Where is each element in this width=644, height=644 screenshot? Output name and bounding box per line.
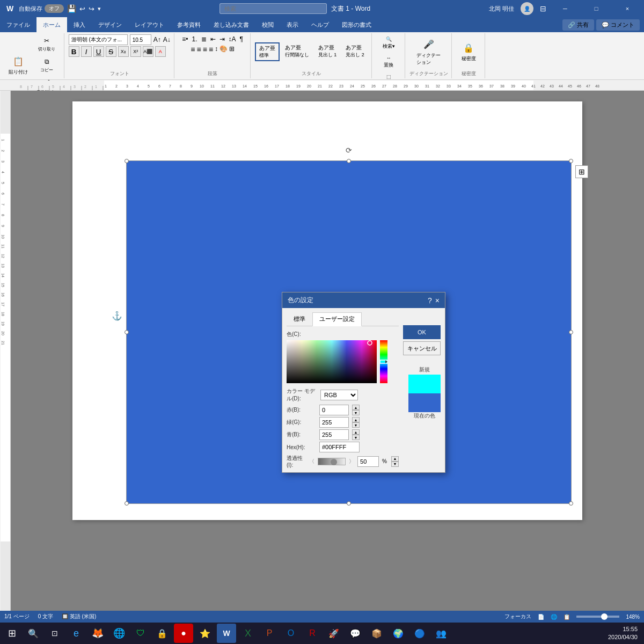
transparency-value-input[interactable]	[357, 456, 379, 467]
tab-references[interactable]: 参考資料	[171, 17, 207, 32]
green-down[interactable]: ▼	[352, 422, 360, 428]
align-center-button[interactable]: ≡	[197, 45, 201, 54]
start-button[interactable]: ⊞	[2, 624, 21, 643]
tab-mailings[interactable]: 差し込み文書	[207, 17, 255, 32]
comment-button[interactable]: 💬 コメント	[596, 19, 640, 31]
handle-middle-left[interactable]	[125, 330, 129, 334]
replace-button[interactable]: ↔ 置換	[380, 53, 397, 71]
style-heading2[interactable]: あア亜見出し 2	[342, 42, 368, 61]
ok-button[interactable]: OK	[403, 325, 441, 339]
handle-top-right[interactable]	[569, 159, 573, 163]
red-input[interactable]	[319, 405, 349, 415]
show-marks-button[interactable]: ¶	[239, 34, 244, 44]
bullets-button[interactable]: ≡•	[181, 34, 189, 44]
hex-input[interactable]	[319, 442, 360, 452]
handle-bottom-right[interactable]	[569, 501, 573, 506]
minimize-button[interactable]: ─	[553, 0, 577, 17]
search-input[interactable]	[219, 3, 327, 14]
window-layout-icon[interactable]: ⊟	[540, 4, 546, 13]
chrome-button[interactable]: 🌐	[109, 624, 129, 643]
cancel-button[interactable]: キャンセル	[403, 341, 441, 355]
trans-left-arrow[interactable]: 〈	[309, 458, 314, 465]
undo-icon[interactable]: ↩	[79, 5, 85, 13]
powerpoint-taskbar-button[interactable]: P	[260, 624, 279, 643]
taskbar-btn-6[interactable]: ●	[174, 624, 193, 643]
green-input[interactable]	[319, 417, 349, 428]
line-spacing-button[interactable]: ↕	[215, 45, 218, 54]
edge-button[interactable]: e	[67, 624, 86, 643]
font-name-input[interactable]	[69, 34, 128, 45]
zoom-thumb[interactable]	[601, 613, 608, 620]
green-up[interactable]: ▲	[352, 417, 360, 422]
firefox-button[interactable]: 🦊	[88, 624, 107, 643]
color-gradient[interactable]	[287, 340, 377, 383]
copy-button[interactable]: ⧉ コピー	[33, 55, 61, 75]
handle-top-center[interactable]	[347, 159, 351, 163]
taskbar-btn-12[interactable]: 🔵	[410, 624, 429, 643]
excel-taskbar-button[interactable]: X	[238, 624, 258, 643]
style-no-spacing[interactable]: あア亜行間隔なし	[281, 42, 313, 61]
transparency-thumb[interactable]	[331, 459, 337, 465]
restore-button[interactable]: □	[584, 0, 609, 17]
subscript-button[interactable]: X₂	[118, 46, 129, 57]
taskbar-btn-5[interactable]: 🔒	[152, 624, 172, 643]
align-left-button[interactable]: ≡	[191, 45, 195, 54]
view-web-icon[interactable]: 🌐	[551, 614, 557, 620]
word-taskbar-button[interactable]: W	[217, 624, 236, 643]
dictation-button[interactable]: 🎤 ディクテーション	[413, 36, 444, 68]
search-button[interactable]: 🔍 検索▾	[379, 34, 398, 52]
tab-home[interactable]: ホーム	[36, 17, 67, 32]
tab-help[interactable]: ヘルプ	[305, 17, 335, 32]
transparency-slider[interactable]	[318, 458, 346, 465]
handle-middle-right[interactable]	[569, 330, 573, 334]
borders-button[interactable]: ⊞	[229, 45, 235, 54]
dialog-close-button[interactable]: ×	[435, 296, 440, 305]
justify-button[interactable]: ≡	[209, 45, 213, 54]
tab-file[interactable]: ファイル	[0, 17, 36, 32]
tab-review[interactable]: 校閲	[255, 17, 280, 32]
bold-button[interactable]: B	[69, 46, 79, 57]
taskbar-btn-8[interactable]: R	[303, 624, 322, 643]
trans-right-arrow[interactable]: 〉	[349, 458, 354, 465]
superscript-button[interactable]: X²	[130, 46, 141, 57]
handle-top-left[interactable]	[125, 159, 129, 163]
decrease-indent-button[interactable]: ⇤	[209, 34, 217, 44]
multilevel-button[interactable]: ≣	[200, 34, 208, 44]
cut-button[interactable]: ✂ 切り取り	[33, 34, 61, 54]
blue-down[interactable]: ▼	[352, 435, 360, 440]
highlight-button[interactable]: A⬛	[143, 46, 153, 57]
taskbar-btn-11[interactable]: 🌍	[389, 624, 408, 643]
user-avatar[interactable]: 👤	[521, 2, 533, 15]
autosave-toggle[interactable]: 自動保存 オフ	[19, 4, 64, 13]
align-right-button[interactable]: ≡	[203, 45, 207, 54]
italic-button[interactable]: I	[81, 46, 92, 57]
taskbar-btn-4[interactable]: 🛡	[131, 624, 150, 643]
sort-button[interactable]: ↕A	[228, 34, 237, 44]
rotate-handle[interactable]: ⟳	[345, 146, 353, 155]
red-down[interactable]: ▼	[352, 410, 360, 415]
dialog-help-button[interactable]: ?	[428, 296, 432, 305]
tab-standard[interactable]: 標準	[287, 312, 312, 326]
taskbar-btn-13[interactable]: 👥	[431, 624, 451, 643]
tab-shape-format[interactable]: 図形の書式	[335, 17, 378, 32]
sensitivity-button[interactable]: 🔒 秘密度	[458, 39, 479, 64]
underline-button[interactable]: U	[93, 46, 104, 57]
outlook-taskbar-button[interactable]: O	[281, 624, 301, 643]
handle-bottom-left[interactable]	[125, 501, 129, 506]
tab-design[interactable]: デザイン	[92, 17, 128, 32]
font-color-button[interactable]: A	[155, 46, 166, 57]
taskbar-btn-7[interactable]: ⭐	[195, 624, 215, 643]
search-taskbar-button[interactable]: 🔍	[24, 624, 43, 643]
zoom-slider[interactable]	[576, 616, 619, 618]
trans-down[interactable]: ▼	[391, 462, 399, 467]
taskbar-btn-9[interactable]: 🚀	[324, 624, 343, 643]
red-up[interactable]: ▲	[352, 405, 360, 410]
trans-up[interactable]: ▲	[391, 456, 399, 462]
blue-up[interactable]: ▲	[352, 429, 360, 435]
font-size-input[interactable]	[130, 34, 151, 45]
increase-indent-button[interactable]: ⇥	[218, 34, 226, 44]
line-button[interactable]: 💬	[346, 624, 365, 643]
hue-strip[interactable]	[380, 340, 387, 383]
blue-input[interactable]	[319, 429, 349, 440]
view-outline-icon[interactable]: 📋	[564, 614, 570, 620]
